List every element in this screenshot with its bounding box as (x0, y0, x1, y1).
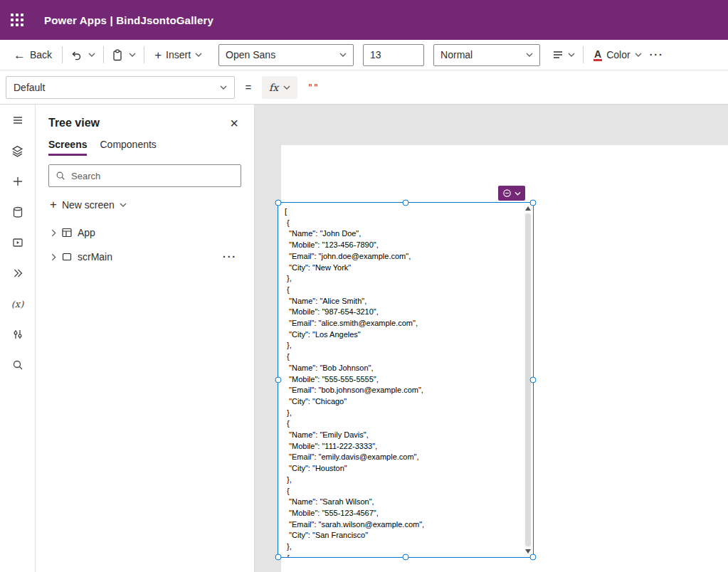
app-icon (61, 227, 73, 238)
font-size-select[interactable]: 13 (363, 44, 424, 66)
app-header: Power Apps | BindJsontoGallery (0, 0, 728, 40)
insert-button[interactable]: + Insert (149, 46, 207, 65)
font-size-value: 13 (370, 49, 381, 60)
selection-handle[interactable] (403, 554, 409, 561)
plus-icon: + (154, 49, 162, 61)
selection-handle[interactable] (403, 200, 409, 206)
chevron-down-icon (120, 203, 127, 207)
left-rail: (x) (0, 105, 36, 572)
data-icon[interactable] (6, 201, 29, 223)
search-icon (56, 171, 65, 181)
font-color-icon: A (594, 49, 602, 61)
selection-handle[interactable] (275, 554, 282, 561)
tab-screens[interactable]: Screens (48, 139, 87, 156)
toolbar-divider (583, 46, 584, 63)
hamburger-menu-icon[interactable] (6, 109, 29, 132)
undo-icon (70, 49, 83, 61)
tree-item-label: App (78, 227, 95, 238)
tree-list: App scrMain ··· (48, 221, 241, 269)
toolbar-divider (103, 46, 104, 63)
panel-title: Tree view (48, 117, 100, 129)
font-style-value: Normal (441, 49, 473, 60)
alignment-button[interactable] (549, 46, 578, 64)
json-label-control[interactable]: [ { "Name": "John Doe", "Mobile": "123-4… (278, 202, 534, 558)
selection-handle[interactable] (275, 377, 282, 383)
tree-view-tabs: Screens Components (48, 139, 241, 156)
canvas-area: [ { "Name": "John Doe", "Mobile": "123-4… (255, 105, 728, 572)
insert-label: Insert (166, 49, 191, 60)
toolbar-divider (62, 46, 63, 63)
font-color-button[interactable]: A Color (589, 46, 647, 65)
toolbar-overflow-button[interactable]: ··· (647, 46, 667, 64)
toolbar-divider (144, 46, 144, 63)
tree-view-icon[interactable] (6, 139, 29, 162)
clipboard-icon (112, 49, 123, 61)
chevron-down-icon (129, 53, 136, 57)
close-panel-button[interactable]: × (227, 116, 241, 130)
new-screen-button[interactable]: + New screen (48, 197, 241, 212)
tree-search-box (48, 164, 241, 187)
tree-view-panel: Tree view × Screens Components + New scr… (36, 105, 255, 572)
font-family-value: Open Sans (226, 49, 275, 60)
fx-icon: fx (269, 82, 278, 93)
screen-icon (61, 251, 73, 263)
label-control-icon (502, 189, 512, 198)
tree-item-label: scrMain (78, 251, 112, 263)
text-align-icon (552, 49, 564, 60)
chevron-down-icon (515, 191, 521, 196)
chevron-down-icon (526, 53, 533, 57)
scroll-down-arrow-icon[interactable] (525, 549, 531, 554)
chevron-down-icon (635, 53, 642, 57)
property-value: Default (14, 82, 45, 93)
chevron-down-icon (283, 85, 290, 90)
back-button[interactable]: ← Back (9, 46, 57, 65)
paste-dropdown-button[interactable] (126, 49, 139, 60)
power-automate-icon[interactable] (6, 262, 29, 285)
paste-button[interactable] (109, 46, 126, 65)
font-family-select[interactable]: Open Sans (218, 44, 354, 66)
equals-sign: = (235, 81, 262, 93)
scroll-up-arrow-icon[interactable] (525, 206, 531, 211)
ellipsis-icon: ··· (650, 49, 664, 60)
selection-handle[interactable] (530, 554, 537, 561)
color-label: Color (606, 49, 630, 60)
font-style-select[interactable]: Normal (433, 44, 540, 66)
chevron-down-icon (339, 53, 347, 57)
back-label: Back (30, 49, 52, 60)
item-menu-button[interactable]: ··· (221, 251, 238, 263)
selection-handle[interactable] (530, 200, 537, 206)
back-arrow-icon: ← (14, 49, 26, 61)
media-icon[interactable] (6, 231, 29, 254)
plus-icon: + (50, 198, 57, 211)
search-icon[interactable] (6, 354, 29, 376)
chevron-right-icon (51, 229, 56, 237)
chevron-down-icon (195, 53, 202, 57)
chevron-down-icon (88, 53, 95, 57)
property-select[interactable]: Default (6, 76, 235, 99)
chevron-down-icon (220, 85, 227, 90)
powerapps-studio: Power Apps | BindJsontoGallery ← Back (0, 0, 728, 572)
app-launcher-button[interactable] (0, 0, 34, 40)
waffle-icon (11, 14, 23, 26)
app-title: Power Apps | BindJsontoGallery (44, 14, 213, 26)
fx-dropdown[interactable]: fx (262, 76, 297, 99)
toolbar: ← Back + Insert (0, 40, 728, 70)
studio-body: (x) Tree view × Screens Components (0, 105, 728, 572)
formula-input[interactable]: "" (307, 82, 319, 92)
undo-button[interactable] (68, 46, 85, 65)
tree-item-app[interactable]: App (48, 221, 241, 245)
advanced-tools-icon[interactable] (6, 323, 29, 346)
undo-dropdown-button[interactable] (85, 49, 98, 60)
selection-handle[interactable] (530, 377, 537, 383)
tree-item-scrmain[interactable]: scrMain ··· (48, 245, 241, 269)
variables-icon[interactable]: (x) (6, 292, 29, 315)
selection-handle[interactable] (275, 200, 282, 206)
new-screen-label: New screen (62, 199, 115, 211)
formula-bar: Default = fx "" (0, 70, 728, 105)
control-json-text: [ { "Name": "John Doe", "Mobile": "123-4… (278, 203, 533, 557)
search-input[interactable] (71, 171, 234, 181)
insert-icon[interactable] (6, 170, 29, 193)
control-type-badge[interactable] (498, 186, 525, 201)
tab-components[interactable]: Components (100, 139, 156, 156)
chevron-down-icon (568, 53, 575, 57)
